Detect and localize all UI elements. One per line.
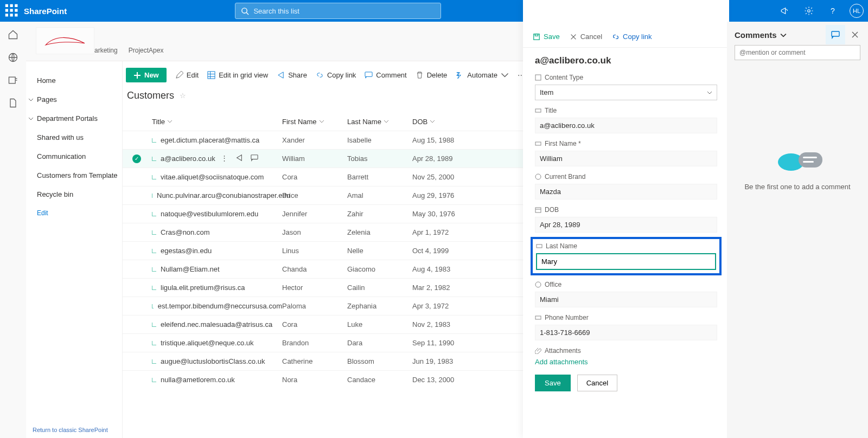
cell-title[interactable]: augue@luctuslobortisClass.co.uk [152, 357, 282, 365]
edit-grid-button[interactable]: Edit in grid view [207, 71, 268, 79]
attachment-icon [535, 347, 541, 354]
dob-input[interactable]: Apr 28, 1989 [535, 217, 717, 233]
svg-rect-5 [15, 9, 17, 12]
megaphone-icon[interactable] [778, 4, 792, 18]
last-name-input[interactable] [536, 253, 716, 270]
nav-edit[interactable]: Edit [37, 204, 122, 222]
cell-title[interactable]: a@aclibero.co.uk⋮ [152, 154, 282, 163]
site-nav-projectapex[interactable]: ProjectApex [129, 47, 164, 54]
panel-save-button[interactable]: Save [533, 33, 560, 41]
nav-shared-with-us[interactable]: Shared with us [37, 128, 122, 147]
header-dob[interactable]: DOB [412, 118, 477, 126]
header-title[interactable]: Title [152, 118, 282, 126]
cell-first-name: Price [282, 191, 347, 199]
cell-title[interactable]: nulla@ametlorem.co.uk [152, 376, 282, 384]
cell-title[interactable]: tristique.aliquet@neque.co.uk [152, 339, 282, 347]
help-icon[interactable]: ? [826, 4, 840, 18]
globe-icon[interactable] [8, 52, 18, 63]
news-icon[interactable] [8, 75, 18, 86]
more-icon[interactable]: ⋮ [221, 154, 228, 163]
comment-icon[interactable] [251, 154, 258, 163]
brand-label[interactable]: SharePoint [24, 7, 67, 16]
cell-dob: Aug 15, 1988 [412, 136, 477, 144]
cell-last-name: Zahir [347, 210, 412, 218]
cell-title[interactable]: vitae.aliquet@sociisnatoque.com [152, 173, 282, 181]
panel-top-buttons [826, 25, 865, 44]
home-icon[interactable] [8, 29, 18, 40]
office-input[interactable]: Miami [535, 292, 717, 307]
toggle-comments-button[interactable] [826, 25, 845, 44]
app-launcher-icon[interactable] [4, 3, 20, 18]
cell-title[interactable]: ligula.elit.pretium@risus.ca [152, 284, 282, 292]
header-last-name[interactable]: Last Name [347, 118, 412, 126]
copy-link-button[interactable]: Copy link [316, 71, 356, 79]
files-icon[interactable] [8, 98, 18, 108]
edit-panel: Save Cancel Copy link a@aclibero.co.uk C… [523, 0, 729, 438]
cell-dob: Dec 13, 2000 [412, 376, 477, 384]
comment-button[interactable]: Comment [365, 71, 406, 79]
cell-last-name: Amal [347, 191, 412, 199]
svg-rect-2 [15, 4, 17, 7]
svg-rect-33 [832, 31, 839, 36]
cell-title[interactable]: egestas@in.edu [152, 247, 282, 255]
cell-last-name: Tobias [347, 154, 412, 163]
settings-icon[interactable] [802, 4, 816, 18]
link-icon [316, 71, 324, 79]
comment-icon [831, 30, 840, 39]
field-last-name: Last Name [531, 237, 722, 275]
favorite-icon[interactable]: ☆ [180, 92, 186, 100]
content-type-select[interactable]: Item [535, 85, 717, 100]
panel-cancel-button[interactable]: Cancel [570, 33, 602, 41]
cell-title[interactable]: eleifend.nec.malesuada@atrisus.ca [152, 320, 282, 328]
checkmark-icon[interactable]: ✓ [132, 154, 141, 163]
cell-title[interactable]: Nullam@Etiam.net [152, 265, 282, 273]
svg-rect-25 [535, 109, 541, 112]
cell-title[interactable]: est.tempor.bibendum@neccursusa.com [152, 302, 282, 310]
suite-bar: SharePoint Search this list ? HL [0, 0, 868, 22]
nav-communication[interactable]: Communication [37, 147, 122, 166]
cell-last-name: Isabelle [347, 136, 412, 144]
search-box[interactable]: Search this list [235, 3, 441, 19]
cell-title[interactable]: Cras@non.com [152, 228, 282, 236]
add-attachments-link[interactable]: Add attachments [535, 358, 717, 366]
nav-pages[interactable]: Pages [37, 90, 122, 109]
field-phone: Phone Number 1-813-718-6669 [535, 314, 717, 340]
first-name-input[interactable]: William [535, 151, 717, 166]
chevron-down-icon [28, 116, 34, 121]
nav-home[interactable]: Home [37, 71, 122, 90]
svg-rect-28 [535, 208, 541, 212]
share-button[interactable]: Share [277, 71, 307, 79]
cell-last-name: Nelle [347, 247, 412, 255]
title-input[interactable]: a@aclibero.co.uk [535, 118, 717, 133]
cell-title[interactable]: natoque@vestibulumlorem.edu [152, 210, 282, 218]
nav-dept-portals[interactable]: Department Portals [37, 109, 122, 128]
site-logo[interactable] [36, 27, 94, 54]
save-button[interactable]: Save [535, 375, 571, 391]
cell-title[interactable]: Nunc.pulvinar.arcu@conubianostraper.edu [152, 191, 282, 199]
cell-first-name: Hector [282, 284, 347, 292]
share-icon[interactable] [235, 154, 243, 163]
panel-copy-link-button[interactable]: Copy link [612, 33, 652, 41]
automate-button[interactable]: Automate [456, 71, 509, 79]
cell-dob: Nov 2, 1983 [412, 320, 477, 328]
close-panel-button[interactable] [845, 25, 865, 44]
user-avatar[interactable]: HL [850, 4, 864, 18]
edit-button[interactable]: Edit [175, 71, 199, 79]
chevron-down-icon [167, 119, 173, 124]
trash-icon [416, 71, 424, 79]
return-classic-link[interactable]: Return to classic SharePoint [33, 427, 108, 433]
delete-button[interactable]: Delete [416, 71, 448, 79]
empty-comments-graphic [773, 147, 822, 173]
header-first-name[interactable]: First Name [282, 118, 347, 126]
nav-customers-template[interactable]: Customers from Template [37, 166, 122, 185]
brand-input[interactable]: Mazda [535, 184, 717, 199]
comment-input[interactable] [735, 45, 860, 60]
text-icon [535, 140, 541, 147]
cell-title[interactable]: eget.dictum.placerat@mattis.ca [152, 136, 282, 144]
text-icon [535, 314, 541, 321]
nav-recycle-bin[interactable]: Recycle bin [37, 185, 122, 204]
cancel-button[interactable]: Cancel [577, 375, 617, 391]
phone-input[interactable]: 1-813-718-6669 [535, 325, 717, 340]
new-button[interactable]: New [126, 68, 167, 82]
cell-dob: Jun 19, 1983 [412, 357, 477, 365]
